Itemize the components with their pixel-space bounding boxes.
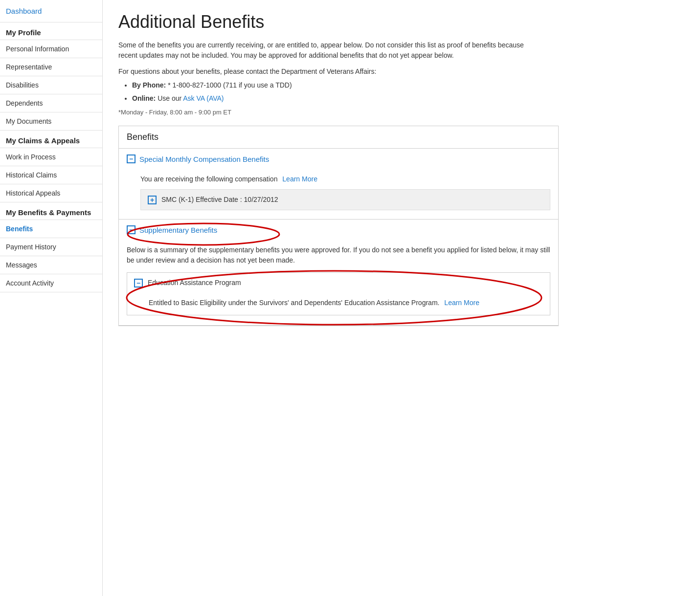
online-prefix: Use our	[158, 94, 183, 102]
special-monthly-link[interactable]: Special Monthly Compensation Benefits	[139, 155, 269, 163]
sidebar-item-dashboard[interactable]: Dashboard	[0, 0, 102, 22]
learn-more-link-2[interactable]: Learn More	[444, 299, 479, 307]
sidebar-section-my-claims: My Claims & Appeals	[0, 131, 102, 148]
sidebar-item-benefits[interactable]: Benefits	[0, 220, 102, 238]
sidebar-item-account-activity[interactable]: Account Activity	[0, 274, 102, 292]
special-monthly-toggle[interactable]: −	[127, 155, 135, 163]
supplementary-section: − Supplementary Benefits Below is a summ…	[119, 220, 558, 326]
edu-content: Entitled to Basic Eligibility under the …	[127, 293, 550, 315]
contact-phone: By Phone: * 1-800-827-1000 (711 if you u…	[132, 80, 684, 90]
supplementary-content: Below is a summary of the supplementary …	[119, 240, 558, 325]
sidebar-item-historical-claims[interactable]: Historical Claims	[0, 166, 102, 184]
special-monthly-text: You are receiving the following compensa…	[140, 175, 277, 183]
online-label: Online:	[132, 94, 156, 102]
supplementary-title-row: − Supplementary Benefits	[119, 220, 558, 240]
ask-va-link[interactable]: Ask VA (AVA)	[183, 94, 224, 102]
sidebar-item-my-documents[interactable]: My Documents	[0, 112, 102, 131]
benefits-container: Benefits − Special Monthly Compensation …	[118, 126, 559, 326]
sidebar: Dashboard My Profile Personal Informatio…	[0, 0, 103, 596]
main-content: Additional Benefits Some of the benefits…	[103, 0, 700, 596]
edu-title-row: − Education Assistance Program	[127, 273, 550, 293]
smc-row: + SMC (K-1) Effective Date : 10/27/2012	[140, 189, 550, 210]
benefits-section-title: Benefits	[119, 126, 558, 149]
page-title: Additional Benefits	[118, 12, 684, 32]
sidebar-item-dependents[interactable]: Dependents	[0, 94, 102, 112]
sidebar-item-work-in-process[interactable]: Work in Process	[0, 148, 102, 166]
sidebar-item-representative[interactable]: Representative	[0, 58, 102, 76]
supplementary-text: Below is a summary of the supplementary …	[127, 245, 550, 265]
edu-toggle[interactable]: −	[134, 279, 143, 287]
smc-label: SMC (K-1) Effective Date : 10/27/2012	[161, 195, 278, 205]
sidebar-item-disabilities[interactable]: Disabilities	[0, 76, 102, 94]
by-phone-value: * 1-800-827-1000 (711 if you use a TDD)	[168, 81, 292, 89]
sidebar-item-messages[interactable]: Messages	[0, 256, 102, 274]
edu-title-label: Education Assistance Program	[148, 278, 241, 288]
edu-text: Entitled to Basic Eligibility under the …	[149, 299, 439, 307]
contact-list: By Phone: * 1-800-827-1000 (711 if you u…	[132, 80, 684, 104]
sidebar-item-payment-history[interactable]: Payment History	[0, 238, 102, 256]
special-monthly-title-row: − Special Monthly Compensation Benefits	[119, 149, 558, 169]
edu-box: − Education Assistance Program Entitled …	[127, 272, 550, 315]
special-monthly-benefit-item: − Special Monthly Compensation Benefits …	[119, 149, 558, 220]
sidebar-item-historical-appeals[interactable]: Historical Appeals	[0, 184, 102, 202]
supplementary-toggle[interactable]: −	[127, 225, 135, 234]
sidebar-section-my-benefits: My Benefits & Payments	[0, 202, 102, 220]
sidebar-item-personal-information[interactable]: Personal Information	[0, 40, 102, 58]
contact-intro: For questions about your benefits, pleas…	[118, 67, 684, 75]
supplementary-link[interactable]: Supplementary Benefits	[139, 226, 217, 234]
by-phone-label: By Phone:	[132, 81, 166, 89]
learn-more-link-1[interactable]: Learn More	[282, 175, 317, 183]
smc-toggle[interactable]: +	[148, 196, 157, 204]
contact-online: Online: Use our Ask VA (AVA)	[132, 93, 684, 104]
special-monthly-content: You are receiving the following compensa…	[119, 169, 558, 219]
sidebar-section-my-profile: My Profile	[0, 22, 102, 40]
edu-annotation-wrapper: − Education Assistance Program Entitled …	[127, 272, 550, 315]
intro-paragraph: Some of the benefits you are currently r…	[118, 40, 539, 61]
hours-text: *Monday - Friday, 8:00 am - 9:00 pm ET	[118, 109, 684, 116]
